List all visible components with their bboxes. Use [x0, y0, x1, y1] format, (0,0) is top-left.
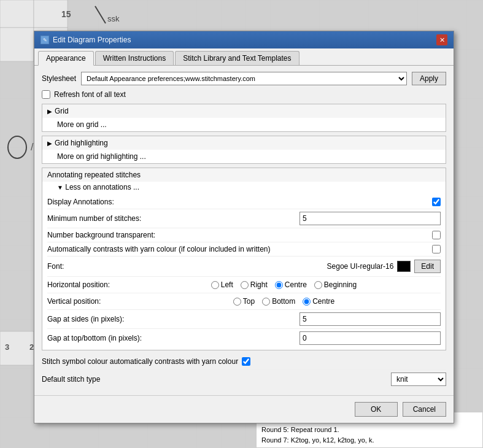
- tab-stitch-library[interactable]: Stitch Library and Text Templates: [175, 51, 299, 65]
- font-label: Font:: [47, 262, 327, 271]
- h-radio-centre-input[interactable]: [275, 281, 283, 289]
- vertical-position-row: Vertical position: Top Bottom: [47, 293, 441, 310]
- annotations-collapse-icon: ▼: [57, 184, 63, 191]
- h-radio-right-label: Right: [250, 280, 268, 289]
- bottom-text-line3: Round 7: K2tog, yo, k12, k2tog, yo, k.: [261, 435, 477, 446]
- annotations-title: Annotating repeated stitches: [47, 171, 141, 179]
- h-radio-beginning-input[interactable]: [314, 281, 322, 289]
- annotations-less-label: Less on annotations ...: [65, 183, 139, 191]
- horizontal-position-controls: Left Right Centre: [127, 280, 441, 289]
- display-annotations-control: [432, 198, 441, 206]
- num-bg-control: [432, 231, 441, 239]
- refresh-font-row: Refresh font of all text: [42, 90, 446, 99]
- annotations-body: Display Annotations: Minimum number of s…: [42, 193, 446, 350]
- apply-button[interactable]: Apply: [412, 72, 446, 85]
- v-radio-centre-input[interactable]: [303, 298, 311, 306]
- num-bg-checkbox[interactable]: [432, 231, 441, 239]
- display-annotations-row: Display Annotations:: [47, 195, 441, 209]
- font-edit-button[interactable]: Edit: [414, 260, 441, 273]
- num-bg-label: Number background transparent:: [47, 231, 432, 239]
- dialog-icon: ✎: [41, 36, 49, 44]
- stylesheet-row: Stylesheet Default Appearance preference…: [42, 72, 446, 85]
- auto-contrast-checkbox[interactable]: [432, 245, 441, 253]
- gap-top-input[interactable]: [299, 331, 441, 345]
- annotations-header: Annotating repeated stitches: [42, 168, 446, 182]
- svg-rect-2: [0, 0, 34, 28]
- cancel-button[interactable]: Cancel: [403, 402, 446, 417]
- ok-button[interactable]: OK: [355, 402, 398, 417]
- v-radio-top-label: Top: [243, 297, 255, 306]
- dialog-title-left: ✎ Edit Diagram Properties: [41, 36, 131, 44]
- v-radio-top-input[interactable]: [233, 298, 241, 306]
- annotations-less[interactable]: ▼ Less on annotations ...: [42, 182, 446, 193]
- stylesheet-select[interactable]: Default Appearance preferences;www.stitc…: [81, 72, 407, 85]
- stitch-colour-checkbox[interactable]: [242, 357, 250, 366]
- grid-highlighting-more-label: More on grid highlighting ...: [57, 152, 146, 161]
- grid-highlighting-header[interactable]: ▶ Grid highlighting: [42, 136, 446, 150]
- stitch-colour-label: Stitch symbol colour automatically contr…: [42, 357, 238, 366]
- h-radio-centre[interactable]: Centre: [275, 280, 307, 289]
- auto-contrast-label: Automatically contrasts with yarn colour…: [47, 245, 432, 253]
- font-color-swatch[interactable]: [397, 261, 411, 272]
- dialog-title-text: Edit Diagram Properties: [53, 36, 131, 44]
- v-radio-top[interactable]: Top: [233, 297, 255, 306]
- refresh-font-checkbox[interactable]: [42, 90, 50, 99]
- svg-rect-4: [0, 28, 34, 61]
- gap-top-control: [299, 331, 441, 345]
- refresh-font-label: Refresh font of all text: [54, 90, 126, 99]
- stylesheet-label: Stylesheet: [42, 74, 76, 83]
- default-stitch-label: Default stitch type: [42, 375, 391, 384]
- h-radio-left-input[interactable]: [211, 281, 219, 289]
- grid-more-label: More on grid ...: [57, 120, 107, 129]
- gap-top-label: Gap at top/bottom (in pixels):: [47, 334, 299, 342]
- grid-section-header[interactable]: ▶ Grid: [42, 104, 446, 118]
- grid-highlighting-expand-icon: ▶: [47, 140, 52, 147]
- gap-top-row: Gap at top/bottom (in pixels):: [47, 329, 441, 347]
- horizontal-position-label: Horizontal position:: [47, 280, 127, 289]
- tab-bar: Appearance Written Instructions Stitch L…: [34, 48, 454, 66]
- tab-appearance[interactable]: Appearance: [38, 51, 94, 66]
- v-radio-centre-label: Centre: [312, 297, 334, 306]
- default-stitch-select[interactable]: knit purl slip: [391, 373, 446, 386]
- tab-written-instructions[interactable]: Written Instructions: [95, 51, 174, 65]
- gap-sides-input[interactable]: [299, 312, 441, 326]
- min-stitches-label: Minimum number of stitches:: [47, 214, 299, 223]
- v-radio-bottom-label: Bottom: [272, 297, 295, 306]
- display-annotations-checkbox[interactable]: [432, 198, 441, 206]
- edit-diagram-dialog: ✎ Edit Diagram Properties ✕ Appearance W…: [34, 31, 454, 423]
- h-radio-centre-label: Centre: [285, 280, 307, 289]
- gap-sides-label: Gap at sides (in pixels):: [47, 315, 299, 323]
- display-annotations-label: Display Annotations:: [47, 198, 432, 206]
- h-radio-beginning[interactable]: Beginning: [314, 280, 357, 289]
- horizontal-radio-group: Left Right Centre: [211, 280, 357, 289]
- vertical-position-label: Vertical position:: [47, 297, 127, 306]
- num-bg-row: Number background transparent:: [47, 228, 441, 242]
- default-stitch-row: Default stitch type knit purl slip: [42, 369, 446, 389]
- min-stitches-input[interactable]: [299, 212, 441, 225]
- v-radio-bottom[interactable]: Bottom: [262, 297, 295, 306]
- svg-text:3: 3: [5, 342, 9, 352]
- v-radio-centre[interactable]: Centre: [303, 297, 334, 306]
- grid-expand-icon: ▶: [47, 108, 52, 115]
- gap-sides-control: [299, 312, 441, 326]
- grid-label: Grid: [55, 107, 69, 115]
- stitch-colour-row: Stitch symbol colour automatically contr…: [42, 354, 446, 369]
- grid-highlighting-section: ▶ Grid highlighting More on grid highlig…: [42, 136, 446, 164]
- grid-section: ▶ Grid More on grid ...: [42, 104, 446, 132]
- grid-more[interactable]: More on grid ...: [42, 118, 446, 131]
- font-row: Font: Segoe UI-regular-16 Edit: [47, 257, 441, 277]
- v-radio-bottom-input[interactable]: [262, 298, 270, 306]
- auto-contrast-row: Automatically contrasts with yarn colour…: [47, 242, 441, 257]
- gap-sides-row: Gap at sides (in pixels):: [47, 310, 441, 329]
- dialog-content: Stylesheet Default Appearance preference…: [34, 66, 454, 395]
- font-name-display: Segoe UI-regular-16: [327, 262, 394, 271]
- h-radio-left[interactable]: Left: [211, 280, 233, 289]
- dialog-close-button[interactable]: ✕: [436, 34, 447, 45]
- bottom-text-line2: Round 5: Repeat round 1.: [261, 425, 477, 435]
- min-stitches-control: [299, 212, 441, 225]
- grid-highlighting-more[interactable]: More on grid highlighting ...: [42, 150, 446, 163]
- h-radio-right-input[interactable]: [241, 281, 249, 289]
- h-radio-right[interactable]: Right: [241, 280, 268, 289]
- svg-text:ssk: ssk: [107, 14, 120, 23]
- font-controls: Segoe UI-regular-16 Edit: [327, 260, 441, 273]
